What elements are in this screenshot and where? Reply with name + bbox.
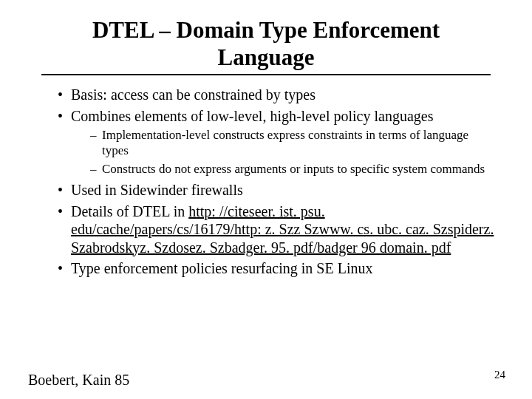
page-number: 24 bbox=[494, 369, 505, 381]
sub-bullet-list: Implementation-level constructs express … bbox=[90, 128, 495, 177]
list-item: Constructs do not express arguments or i… bbox=[90, 162, 495, 177]
bullet-text: Implementation-level constructs express … bbox=[102, 128, 468, 157]
list-item: Implementation-level constructs express … bbox=[90, 128, 495, 158]
bullet-text: Constructs do not express arguments or i… bbox=[102, 162, 485, 176]
slide-title: DTEL – Domain Type Enforcement Language bbox=[44, 0, 488, 71]
list-item: Used in Sidewinder firewalls bbox=[58, 181, 495, 199]
slide: DTEL – Domain Type Enforcement Language … bbox=[0, 0, 532, 399]
list-item: Details of DTEL in http: //citeseer. ist… bbox=[58, 202, 495, 256]
footer-citation: Boebert, Kain 85 bbox=[28, 372, 129, 389]
bullet-text: Combines elements of low-level, high-lev… bbox=[71, 108, 433, 124]
list-item: Combines elements of low-level, high-lev… bbox=[58, 107, 495, 177]
title-underline bbox=[41, 74, 491, 75]
bullet-list: Basis: access can be constrained by type… bbox=[58, 86, 495, 277]
bullet-text: Used in Sidewinder firewalls bbox=[71, 182, 243, 198]
bullet-text: Details of DTEL in bbox=[71, 203, 188, 219]
bullet-text: Type enforcement policies resurfacing in… bbox=[71, 260, 372, 276]
bullet-text: Basis: access can be constrained by type… bbox=[71, 86, 316, 103]
list-item: Type enforcement policies resurfacing in… bbox=[58, 259, 495, 277]
list-item: Basis: access can be constrained by type… bbox=[58, 86, 495, 103]
